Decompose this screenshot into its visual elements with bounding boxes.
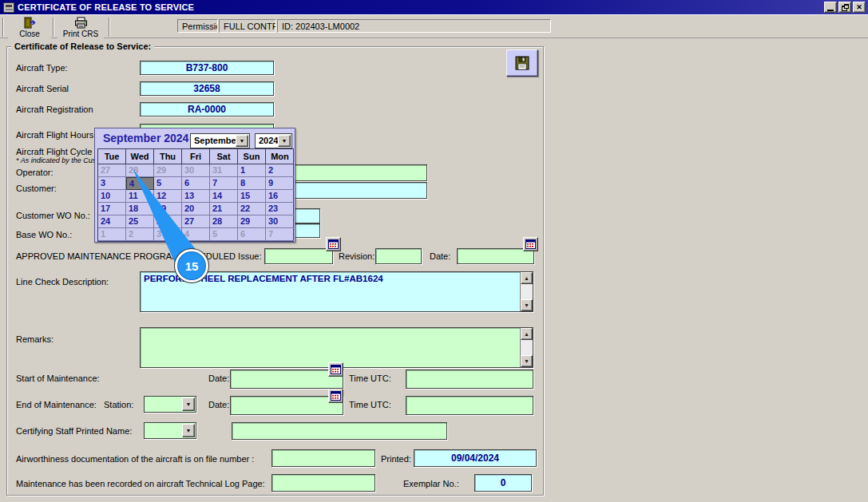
save-floppy-icon xyxy=(515,56,529,70)
date-picker-button[interactable] xyxy=(523,237,538,251)
scroll-up-button[interactable]: ▲ xyxy=(521,328,533,340)
calendar-day[interactable]: 18 xyxy=(126,203,154,215)
techlog-label: Maintenance has been recorded on aircraf… xyxy=(16,479,265,488)
calendar-day[interactable]: 27 xyxy=(182,215,210,228)
calendar-day[interactable]: 6 xyxy=(238,228,266,241)
start-date-field[interactable] xyxy=(230,370,343,389)
calendar-day[interactable]: 30 xyxy=(266,215,294,228)
calendar-day[interactable]: 1 xyxy=(238,164,266,177)
dropdown-arrow-icon[interactable]: ▼ xyxy=(278,135,291,147)
calendar-day[interactable]: 13 xyxy=(182,190,210,203)
amp-revision-field[interactable] xyxy=(375,248,422,264)
scroll-up-button[interactable]: ▲ xyxy=(521,272,533,284)
print-crs-button[interactable]: Print CRS xyxy=(57,16,104,38)
scroll-down-button[interactable]: ▼ xyxy=(521,299,533,311)
close-window-button[interactable]: ✕ xyxy=(853,2,866,13)
aircraft-type-label: Aircraft Type: xyxy=(16,63,68,73)
calendar-day[interactable]: 3 xyxy=(154,228,182,241)
certifying-staff-label: Certifying Staff Printed Name: xyxy=(16,426,132,436)
file-number-field[interactable] xyxy=(271,449,375,467)
restore-button[interactable] xyxy=(838,2,851,13)
permission-label: Permission: xyxy=(177,19,218,33)
calendar-day[interactable]: 2 xyxy=(126,228,154,241)
calendar-day[interactable]: 15 xyxy=(238,190,266,203)
start-time-field[interactable] xyxy=(406,370,533,389)
year-dropdown[interactable]: 2024 ▼ xyxy=(255,133,292,148)
calendar-day[interactable]: 29 xyxy=(154,164,182,177)
techlog-page-field[interactable] xyxy=(271,474,375,492)
dropdown-arrow-icon[interactable]: ▼ xyxy=(236,135,248,147)
month-value: September xyxy=(194,136,240,145)
year-value: 2024 xyxy=(259,136,278,145)
aircraft-type-field[interactable]: B737-800 xyxy=(140,61,274,75)
calendar-day[interactable]: 22 xyxy=(238,203,266,215)
calendar-day[interactable]: 14 xyxy=(210,190,238,203)
month-dropdown[interactable]: September ▼ xyxy=(190,133,250,148)
calendar-day[interactable]: 5 xyxy=(210,228,238,241)
end-time-field[interactable] xyxy=(406,396,533,415)
calendar-day[interactable]: 12 xyxy=(154,190,182,203)
step-badge: 15 xyxy=(175,249,208,283)
save-button[interactable] xyxy=(506,49,538,77)
end-date-field[interactable] xyxy=(230,396,343,415)
airworthiness-label: Airworthiness documentation of the aircr… xyxy=(16,454,254,464)
calendar-day[interactable]: 3 xyxy=(98,177,126,190)
calendar-day[interactable]: 7 xyxy=(210,177,238,190)
calendar-day-header: Sat xyxy=(210,149,238,164)
calendar-day[interactable]: 6 xyxy=(182,177,210,190)
calendar-day[interactable]: 27 xyxy=(98,164,126,177)
calendar-day[interactable]: 1 xyxy=(98,228,126,241)
amp-issue-field[interactable] xyxy=(264,248,333,264)
calendar-day[interactable]: 16 xyxy=(266,190,294,203)
calendar-day[interactable]: 24 xyxy=(98,215,126,228)
exemplar-field: 0 xyxy=(474,474,532,492)
calendar-day[interactable]: 17 xyxy=(98,203,126,215)
start-date-picker-button[interactable] xyxy=(328,362,343,377)
calendar-day[interactable]: 8 xyxy=(238,177,266,190)
calendar-day[interactable]: 7 xyxy=(266,228,294,241)
calendar-day[interactable]: 9 xyxy=(266,177,294,190)
dropdown-arrow-icon[interactable]: ▼ xyxy=(182,397,195,411)
line-check-scrollbar[interactable]: ▲ ▼ xyxy=(520,272,533,311)
record-id-value: ID: 202403-LM0002 xyxy=(277,19,551,33)
calendar-day[interactable]: 31 xyxy=(210,164,238,177)
calendar-day[interactable]: 21 xyxy=(210,203,238,215)
dropdown-arrow-icon[interactable]: ▼ xyxy=(182,424,195,437)
flight-cycle-note: * As indicated by the Custo xyxy=(16,156,102,164)
calendar-day[interactable]: 25 xyxy=(126,215,154,228)
calendar-day[interactable]: 20 xyxy=(182,203,210,215)
printer-icon xyxy=(74,17,88,29)
close-button[interactable]: Close xyxy=(8,16,51,38)
station-dropdown[interactable]: ▼ xyxy=(144,396,196,413)
scroll-down-button[interactable]: ▼ xyxy=(521,355,533,367)
calendar-day[interactable]: 29 xyxy=(238,215,266,228)
calendar-day[interactable]: 28 xyxy=(126,164,154,177)
calendar-day[interactable]: 30 xyxy=(182,164,210,177)
calendar-day[interactable]: 5 xyxy=(154,177,182,190)
start-date-label: Date: xyxy=(208,374,229,383)
calendar-day-header: Fri xyxy=(182,149,210,164)
aircraft-registration-field[interactable]: RA-0000 xyxy=(140,102,274,117)
app-icon xyxy=(3,2,14,13)
aircraft-serial-field[interactable]: 32658 xyxy=(140,81,274,96)
remarks-scrollbar[interactable]: ▲ ▼ xyxy=(520,328,533,367)
calendar-day[interactable]: 23 xyxy=(266,203,294,215)
calendar-day[interactable]: 26 xyxy=(154,215,182,228)
calendar-day[interactable]: 10 xyxy=(98,190,126,203)
date-picker-button[interactable] xyxy=(326,237,341,251)
calendar-day[interactable]: 4 xyxy=(182,228,210,241)
minimize-button[interactable] xyxy=(824,2,837,13)
start-maintenance-label: Start of Maintenance: xyxy=(16,374,100,383)
step-badge-number: 15 xyxy=(185,259,199,273)
calendar-day-selected[interactable]: 4 xyxy=(126,177,154,190)
toolbar-separator xyxy=(53,18,54,37)
calendar-day[interactable]: 2 xyxy=(266,164,294,177)
calendar-day[interactable]: 19 xyxy=(154,203,182,215)
printed-date-field: 09/04/2024 xyxy=(414,449,537,467)
certifying-staff-name-field[interactable] xyxy=(232,422,447,440)
calendar-popup: September 2024 September ▼ 2024 ▼ TueWed… xyxy=(94,128,295,243)
certifying-staff-dropdown[interactable]: ▼ xyxy=(144,422,196,439)
end-date-picker-button[interactable] xyxy=(328,389,343,403)
calendar-day[interactable]: 11 xyxy=(126,190,154,203)
calendar-day[interactable]: 28 xyxy=(210,215,238,228)
